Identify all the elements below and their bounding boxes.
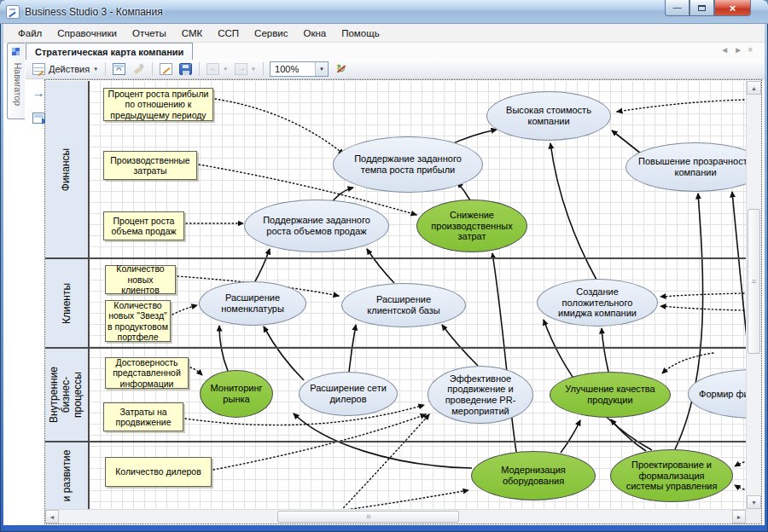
goal-node[interactable]: Расширение клиентской базы [341, 283, 466, 327]
tab-strip: Стратегическая карта компании ◄ ► × [26, 43, 765, 60]
image-icon [113, 63, 125, 75]
separator [199, 62, 200, 76]
arrow-solid [457, 182, 470, 200]
kpi-node[interactable]: Достоверность представленной информации [105, 357, 189, 389]
menu-item-1[interactable]: Файл [10, 26, 49, 41]
arrow-dotted [330, 414, 429, 509]
arrow-solid [561, 420, 580, 453]
refresh-icon: ↻ [335, 63, 347, 75]
goal-node[interactable]: Снижение производственных затрат [416, 200, 527, 252]
goal-node[interactable]: Эффективное продвижение и проведение PR-… [428, 366, 533, 424]
toolbar: Действия ▼ ← ▼ → ▼ 100% ▼ [26, 60, 765, 79]
arrow-solid [602, 328, 608, 372]
arrow-dotted [617, 100, 744, 112]
arrow-solid [675, 194, 703, 449]
save-icon [179, 63, 192, 75]
arrow-dotted [735, 462, 744, 466]
lane-separator [45, 257, 746, 259]
tab-strategic-map[interactable]: Стратегическая карта компании [26, 43, 193, 60]
app-icon [6, 5, 20, 19]
tab-prev-icon[interactable]: ◄ [720, 45, 729, 55]
goal-node[interactable]: Поддержание заданного темпа роста прибыл… [333, 136, 483, 193]
picture-export-icon [32, 113, 45, 124]
scroll-down-button[interactable]: ▼ [747, 495, 761, 509]
kpi-node[interactable]: Количество дилеров [105, 457, 212, 487]
chevron-down-icon[interactable]: ▼ [315, 62, 328, 76]
zoom-combo[interactable]: 100% ▼ [270, 61, 329, 77]
close-button[interactable]: × [714, 0, 751, 16]
goal-node[interactable]: Расширение сети дилеров [299, 372, 398, 416]
minimize-button[interactable]: — [665, 0, 689, 16]
arrow-dotted [190, 367, 202, 375]
edit-icon [160, 63, 172, 75]
nav-forward-button: → ▼ [231, 61, 259, 77]
arrow-dotted [662, 353, 713, 373]
kpi-node[interactable]: Процент роста объема продаж [103, 211, 184, 240]
goal-node[interactable]: Модернизация оборудования [471, 451, 596, 500]
title-bar[interactable]: Business Studio 3 - Компания [0, 0, 768, 24]
blue-arrow-icon: → [32, 85, 45, 100]
arrow-solid [264, 327, 304, 380]
menu-item-3[interactable]: Отчеты [125, 26, 174, 41]
actions-label: Действия [49, 64, 90, 74]
tab-close-icon[interactable]: × [748, 45, 753, 55]
goal-node[interactable]: Улучшение качества продукции [550, 372, 671, 418]
horizontal-scrollbar[interactable]: ◄ ≡ ► [45, 509, 746, 523]
save-button[interactable] [176, 61, 195, 77]
arrow-solid [442, 325, 478, 366]
arrow-solid [255, 249, 270, 281]
format-brush-button [129, 61, 148, 77]
menu-bar: ФайлСправочникиОтчетыСМКССПСервисОкнаПом… [3, 24, 765, 43]
scroll-left-button[interactable]: ◄ [45, 510, 59, 523]
kpi-node[interactable]: Количество новых "Звезд" в продуктовом п… [105, 300, 171, 342]
goal-node[interactable]: Поддержание заданного роста объемов прод… [244, 200, 389, 252]
app-window: Business Studio 3 - Компания — × ФайлСпр… [0, 0, 768, 532]
tab-next-icon[interactable]: ► [734, 45, 742, 55]
menu-item-2[interactable]: Справочники [49, 26, 125, 41]
vertical-scrollbar[interactable]: ▲ ≡ ▼ [746, 81, 761, 509]
nav-back-icon: ← [207, 63, 219, 75]
maximize-icon [698, 5, 706, 11]
actions-button[interactable]: Действия ▼ [29, 61, 102, 77]
zoom-value: 100% [271, 64, 315, 74]
lane-separator [45, 347, 746, 349]
chevron-down-icon: ▼ [223, 66, 228, 72]
separator [105, 62, 106, 76]
horizontal-scroll-thumb[interactable]: ≡ [277, 511, 459, 523]
kpi-node[interactable]: Производственные затраты [103, 151, 197, 180]
goal-node[interactable]: Расширение номенклатуры [199, 281, 306, 326]
kpi-node[interactable]: Затраты на продвижение [103, 402, 183, 431]
edit-button[interactable] [156, 61, 176, 77]
menu-item-7[interactable]: Окна [295, 26, 334, 41]
vertical-scroll-thumb[interactable]: ≡ [748, 209, 760, 354]
maximize-button[interactable] [689, 0, 714, 16]
menu-item-8[interactable]: Помощь [334, 26, 387, 41]
menu-item-6[interactable]: Сервис [247, 26, 295, 41]
arrow-dotted [256, 490, 468, 509]
brush-icon [132, 63, 145, 75]
arrow-dotted [172, 305, 197, 315]
actions-icon [32, 63, 45, 75]
goal-node[interactable]: Высокая стоимость компании [486, 91, 611, 141]
goal-node[interactable]: Проектирование и формализация системы уп… [610, 449, 733, 502]
lane-separator [45, 441, 746, 442]
navigator-tab[interactable]: Навигатор [7, 43, 25, 119]
scroll-right-button[interactable]: ► [732, 510, 746, 523]
scroll-up-button[interactable]: ▲ [747, 81, 761, 95]
kpi-node[interactable]: Процент роста прибыли по отношению к пре… [103, 88, 213, 121]
navigator-icon [12, 48, 20, 55]
goal-node[interactable]: Мониторинг рынка [200, 370, 273, 418]
navigator-label: Навигатор [8, 56, 23, 113]
tab-nav: ◄ ► × [720, 45, 753, 55]
kpi-node[interactable]: Количество новых клиентов [105, 265, 176, 294]
image-properties-button[interactable] [109, 61, 129, 77]
diagram-canvas[interactable]: ФинансыКлиентыВнутренние бизнес-процессы… [45, 81, 746, 509]
menu-item-5[interactable]: ССП [210, 26, 247, 41]
goal-node[interactable]: Создание положительного имиджа компании [537, 279, 658, 327]
refresh-button[interactable]: ↻ [331, 61, 351, 77]
menu-item-4[interactable]: СМК [174, 26, 210, 41]
arrow-solid [732, 192, 746, 370]
nav-forward-icon: → [235, 63, 247, 75]
nav-back-button: ← ▼ [203, 61, 231, 77]
window-buttons: — × [665, 0, 751, 16]
